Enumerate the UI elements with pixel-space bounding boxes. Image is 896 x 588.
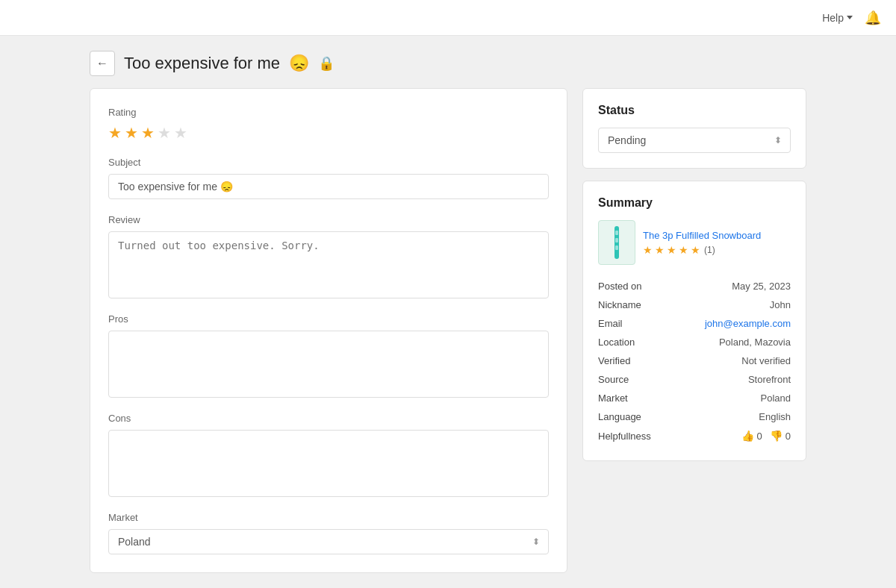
pros-textarea[interactable] [108, 331, 549, 398]
subject-label: Subject [108, 157, 549, 168]
pros-label: Pros [108, 313, 549, 325]
email-label: Email [598, 318, 623, 329]
title-emoji: 😞 [289, 54, 309, 72]
nickname-value: John [770, 299, 791, 310]
helpfulness-controls: 👍 0 👎 0 [741, 430, 791, 442]
posted-on-row: Posted on May 25, 2023 [598, 277, 791, 295]
product-star-1: ★ [643, 244, 653, 256]
verified-value: Not verified [741, 355, 791, 366]
help-label: Help [822, 12, 844, 24]
svg-rect-3 [615, 245, 618, 250]
page-title: Too expensive for me 😞 [124, 54, 309, 73]
email-link[interactable]: john@example.com [705, 318, 791, 329]
cons-textarea[interactable] [108, 430, 549, 497]
language-label: Language [598, 411, 641, 422]
verified-label: Verified [598, 355, 630, 366]
source-row: Source Storefront [598, 370, 791, 389]
page-title-text: Too expensive for me [124, 54, 280, 72]
cons-label: Cons [108, 413, 549, 424]
thumbs-down-item: 👎 0 [770, 430, 791, 442]
thumbs-up-item: 👍 0 [741, 430, 762, 442]
product-info: The 3p Fulfilled Snowboard ★ ★ ★ ★ ★ (1) [643, 230, 761, 256]
main-layout: Rating ★ ★ ★ ★ ★ Subject Review Pros [0, 88, 896, 588]
market-select-wrapper: Poland United States Germany France Unit… [108, 529, 549, 554]
market-label: Market [108, 512, 549, 523]
thumbs-down-icon[interactable]: 👎 [770, 430, 783, 442]
status-select-wrapper: Pending Approved Rejected Published ⬍ [598, 128, 791, 153]
source-value: Storefront [748, 374, 791, 385]
status-select[interactable]: Pending Approved Rejected Published [598, 128, 791, 153]
review-group: Review [108, 214, 549, 298]
snowboard-svg [609, 225, 624, 260]
helpfulness-label: Helpfullness [598, 431, 651, 442]
summary-card: Summary The 3p Fulfilled Snowboard ★ ★ [582, 181, 806, 461]
product-star-3: ★ [667, 244, 676, 256]
rating-group: Rating ★ ★ ★ ★ ★ [108, 107, 549, 142]
bell-icon[interactable]: 🔔 [865, 10, 881, 26]
location-label: Location [598, 337, 635, 348]
star-rating[interactable]: ★ ★ ★ ★ ★ [108, 124, 549, 142]
page-header: ← Too expensive for me 😞 🔒 [0, 36, 896, 88]
product-stars: ★ ★ ★ ★ ★ (1) [643, 244, 761, 256]
top-nav-right: Help 🔔 [816, 9, 881, 27]
star-3[interactable]: ★ [141, 124, 155, 142]
market-value-summary: Poland [761, 392, 791, 404]
market-group: Market Poland United States Germany Fran… [108, 512, 549, 554]
product-thumbnail [598, 220, 635, 265]
market-row: Market Poland [598, 389, 791, 407]
market-label-summary: Market [598, 392, 628, 404]
verified-row: Verified Not verified [598, 351, 791, 370]
right-panel: Status Pending Approved Rejected Publish… [582, 88, 806, 461]
left-panel: Rating ★ ★ ★ ★ ★ Subject Review Pros [90, 88, 567, 573]
rating-label: Rating [108, 107, 549, 118]
review-label: Review [108, 214, 549, 225]
svg-rect-1 [615, 231, 618, 235]
help-button[interactable]: Help [816, 9, 859, 27]
star-1[interactable]: ★ [108, 124, 122, 142]
chevron-down-icon [847, 16, 853, 19]
status-card-title: Status [598, 104, 791, 117]
product-star-5: ★ [691, 244, 700, 256]
market-select[interactable]: Poland United States Germany France Unit… [108, 529, 549, 554]
helpfulness-row: Helpfullness 👍 0 👎 0 [598, 426, 791, 445]
review-count: (1) [704, 245, 715, 255]
back-button[interactable]: ← [90, 51, 115, 76]
star-4[interactable]: ★ [158, 124, 171, 142]
email-row: Email john@example.com [598, 314, 791, 333]
cons-group: Cons [108, 413, 549, 497]
top-nav: Help 🔔 [0, 0, 896, 36]
subject-input[interactable] [108, 174, 549, 199]
posted-on-label: Posted on [598, 281, 642, 292]
status-card: Status Pending Approved Rejected Publish… [582, 88, 806, 169]
nickname-label: Nickname [598, 299, 641, 310]
down-count: 0 [785, 431, 791, 442]
source-label: Source [598, 374, 629, 385]
product-link[interactable]: The 3p Fulfilled Snowboard [643, 230, 761, 241]
product-star-4: ★ [679, 244, 688, 256]
summary-card-title: Summary [598, 196, 791, 210]
subject-group: Subject [108, 157, 549, 199]
language-value: English [759, 411, 791, 422]
location-row: Location Poland, Mazovia [598, 333, 791, 351]
svg-rect-2 [615, 238, 618, 243]
star-5[interactable]: ★ [174, 124, 187, 142]
pros-group: Pros [108, 313, 549, 398]
product-star-2: ★ [655, 244, 665, 256]
up-count: 0 [757, 431, 762, 442]
star-2[interactable]: ★ [125, 124, 138, 142]
review-textarea[interactable] [108, 231, 549, 298]
product-row: The 3p Fulfilled Snowboard ★ ★ ★ ★ ★ (1) [598, 220, 791, 265]
nickname-row: Nickname John [598, 295, 791, 314]
lock-icon: 🔒 [318, 55, 335, 72]
language-row: Language English [598, 407, 791, 426]
location-value: Poland, Mazovia [719, 337, 791, 348]
thumbs-up-icon[interactable]: 👍 [741, 430, 754, 442]
posted-on-value: May 25, 2023 [732, 281, 791, 292]
back-icon: ← [96, 57, 108, 70]
